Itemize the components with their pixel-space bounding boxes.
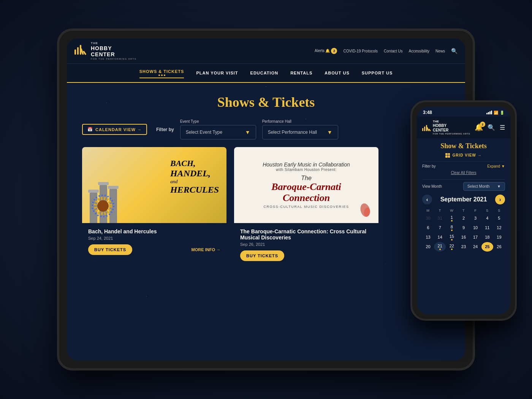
top-right-links: Alerts 🔔2 COVID-19 Protocols Contact Us … bbox=[315, 48, 458, 54]
card-bach-image: BACH, HANDEL, and HERCULES bbox=[82, 147, 226, 223]
phone-status-icons: 📶 🔋 bbox=[486, 111, 504, 115]
nav-plan-visit[interactable]: PLAN YOUR VISIT bbox=[196, 69, 238, 77]
signal-bar-3 bbox=[489, 111, 491, 114]
event-type-filter-wrapper: Event Type Select Event Type ▼ bbox=[180, 119, 256, 139]
bach-line2: HANDEL, bbox=[170, 168, 219, 179]
cards-row: BACH, HANDEL, and HERCULES Bach, Handel … bbox=[82, 147, 450, 266]
nav-shows-tickets-label: SHOWS & TICKETS bbox=[139, 69, 184, 74]
logo-area: THE HOBBY CENTER FOR THE PERFORMING ARTS bbox=[74, 41, 136, 60]
buy-tickets-baroque-button[interactable]: BUY TICKETS bbox=[240, 250, 284, 261]
cal-day-19[interactable]: 19 bbox=[493, 233, 505, 242]
nav-education[interactable]: EDUCATION bbox=[250, 69, 279, 77]
dot-2 bbox=[161, 74, 163, 76]
phone-menu-icon[interactable]: ☰ bbox=[500, 124, 505, 131]
page-title: Shows & Tickets bbox=[82, 94, 450, 110]
main-content: Shows & Tickets 📅 CALENDAR VIEW → Filter… bbox=[67, 83, 465, 278]
logo-lines bbox=[74, 43, 88, 55]
logo-text: THE HOBBY CENTER FOR THE PERFORMING ARTS bbox=[91, 41, 136, 60]
cal-header-f: F bbox=[470, 207, 481, 214]
card-baroque-actions: BUY TICKETS bbox=[240, 250, 372, 261]
tablet-device: THE HOBBY CENTER FOR THE PERFORMING ARTS… bbox=[57, 28, 475, 370]
cal-day-12[interactable]: 12 bbox=[493, 223, 505, 233]
contact-link[interactable]: Contact Us bbox=[384, 49, 402, 53]
phone-bell-icon[interactable]: 🔔 2 bbox=[475, 123, 483, 131]
signal-bar-2 bbox=[488, 112, 489, 114]
search-icon[interactable]: 🔍 bbox=[451, 48, 458, 54]
accessibility-link[interactable]: Accessibility bbox=[409, 49, 429, 53]
signal-bar-4 bbox=[491, 111, 492, 114]
cal-day-18[interactable]: 18 bbox=[481, 233, 493, 242]
bach-line1: BACH, bbox=[170, 158, 219, 168]
alerts-label: Alerts bbox=[315, 49, 325, 53]
event-type-label: Event Type bbox=[180, 119, 256, 124]
baroque-collaboration: with Silambam Houston Present: bbox=[263, 168, 350, 172]
dot-3 bbox=[164, 74, 165, 76]
event-type-placeholder: Select Event Type bbox=[186, 130, 223, 135]
calendar-view-button[interactable]: 📅 CALENDAR VIEW → bbox=[82, 124, 147, 135]
dot-1 bbox=[158, 74, 160, 76]
cal-day-5[interactable]: 5 bbox=[493, 214, 505, 223]
alerts-link[interactable]: Alerts 🔔2 bbox=[315, 48, 337, 54]
performance-hall-filter-wrapper: Performance Hall Select Performance Hall… bbox=[262, 119, 338, 139]
cal-day-26[interactable]: 26 bbox=[493, 242, 505, 252]
chevron-expand-icon: ▼ bbox=[501, 164, 505, 168]
card-baroque-title: The Baroque-Carnatic Connection: Cross C… bbox=[240, 228, 372, 241]
card-baroque-info: The Baroque-Carnatic Connection: Cross C… bbox=[234, 223, 378, 266]
performance-hall-label: Performance Hall bbox=[262, 119, 338, 124]
bach-line3: and bbox=[170, 179, 219, 185]
performance-hall-placeholder: Select Performance Hall bbox=[268, 130, 317, 135]
wifi-icon: 📶 bbox=[494, 111, 498, 115]
top-bar: THE HOBBY CENTER FOR THE PERFORMING ARTS… bbox=[67, 38, 465, 64]
cal-day-3[interactable]: 3 bbox=[470, 214, 481, 223]
baroque-title-art: Houston Early Music in Collaboration wit… bbox=[259, 158, 354, 212]
card-bach: BACH, HANDEL, and HERCULES Bach, Handel … bbox=[82, 147, 226, 266]
nav-shows-tickets[interactable]: SHOWS & TICKETS bbox=[139, 68, 184, 78]
more-info-bach-link[interactable]: MORE INFO → bbox=[192, 247, 220, 252]
cal-day-4[interactable]: 4 bbox=[481, 214, 493, 223]
buy-tickets-bach-button[interactable]: BUY TICKETS bbox=[88, 244, 132, 255]
logo-line-2 bbox=[77, 47, 79, 55]
logo-center: CENTER bbox=[91, 51, 136, 58]
performance-hall-dropdown[interactable]: Select Performance Hall ▼ bbox=[262, 125, 338, 139]
nav-rentals[interactable]: RENTALS bbox=[290, 69, 312, 77]
mandala-art bbox=[90, 193, 116, 219]
select-month-placeholder: Select Month bbox=[467, 184, 489, 188]
expand-label: Expand bbox=[487, 164, 500, 168]
card-bach-title: Bach, Handel and Hercules bbox=[88, 228, 220, 234]
logo-hobby: HOBBY bbox=[91, 45, 136, 52]
calendar-view-label: CALENDAR VIEW → bbox=[95, 127, 142, 132]
logo-icon bbox=[74, 43, 88, 59]
card-bach-date: Sep 24, 2021 bbox=[88, 236, 220, 241]
news-link[interactable]: News bbox=[435, 49, 445, 53]
phone-search-icon[interactable]: 🔍 bbox=[488, 124, 495, 131]
logo-subtitle: FOR THE PERFORMING ARTS bbox=[91, 58, 136, 60]
bach-title-art: BACH, HANDEL, and HERCULES bbox=[170, 158, 219, 195]
tablet-screen: THE HOBBY CENTER FOR THE PERFORMING ARTS… bbox=[67, 38, 465, 361]
signal-bars bbox=[486, 111, 492, 114]
card-baroque-date: Sep 26, 2021 bbox=[240, 242, 372, 247]
battery-icon: 🔋 bbox=[500, 111, 504, 115]
nav-support-us[interactable]: SUPPORT US bbox=[362, 69, 393, 77]
logo-the: THE bbox=[91, 41, 136, 45]
bach-line4: HERCULES bbox=[170, 185, 219, 195]
cal-day-10[interactable]: 10 bbox=[470, 223, 481, 233]
covid-link[interactable]: COVID-19 Protocols bbox=[343, 49, 378, 53]
nav-about-us[interactable]: ABOUT US bbox=[325, 69, 349, 77]
baroque-sub: CROSS-CULTURAL MUSIC DISCOVERIES bbox=[263, 205, 350, 209]
cal-day-17[interactable]: 17 bbox=[470, 233, 481, 242]
event-type-dropdown[interactable]: Select Event Type ▼ bbox=[180, 125, 256, 139]
cal-day-24[interactable]: 24 bbox=[470, 242, 481, 252]
svg-point-0 bbox=[97, 200, 109, 212]
cal-header-s2: S bbox=[493, 207, 505, 214]
cal-day-11[interactable]: 11 bbox=[481, 223, 493, 233]
baroque-the: Houston Early Music in Collaboration bbox=[263, 162, 350, 168]
chevron-down-icon: ▼ bbox=[245, 129, 250, 135]
cal-day-25-today[interactable]: 25 bbox=[481, 242, 493, 252]
card-bach-info: Bach, Handel and Hercules Sep 24, 2021 B… bbox=[82, 223, 226, 260]
calendar-next-button[interactable]: › bbox=[495, 195, 505, 204]
signal-bar-1 bbox=[486, 113, 488, 114]
month-dropdown[interactable]: Select Month ▼ bbox=[463, 182, 505, 191]
cal-header-s1: S bbox=[481, 207, 493, 214]
expand-button[interactable]: Expand ▼ bbox=[487, 164, 505, 168]
phone-bell-badge: 2 bbox=[480, 122, 485, 127]
